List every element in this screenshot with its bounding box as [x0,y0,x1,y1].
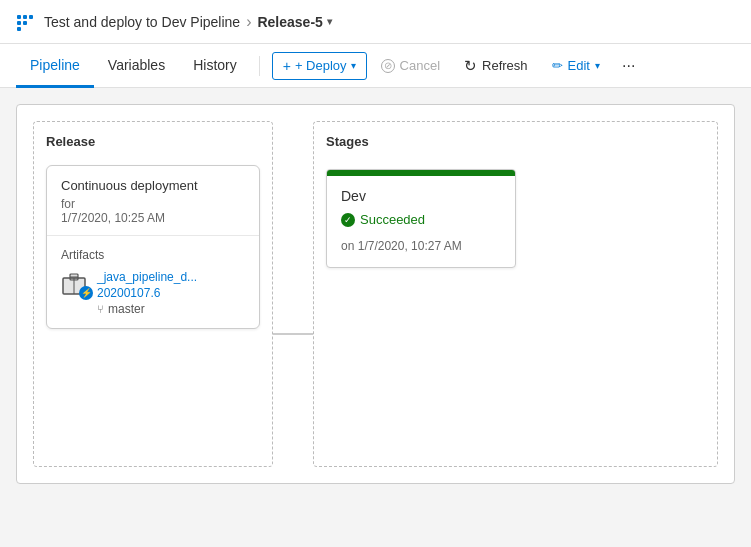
release-card-header: Continuous deployment for 1/7/2020, 10:2… [47,166,259,236]
deploy-plus-icon: + [283,58,291,74]
deploy-chevron-icon: ▾ [351,60,356,71]
cancel-button[interactable]: ⊘ Cancel [371,53,450,78]
pipeline-icon [16,12,36,32]
release-card-for: for [61,197,245,211]
stage-card-body: Dev ✓ Succeeded on 1/7/2020, 10:27 AM [327,176,515,267]
svg-rect-4 [23,21,27,25]
status-success-icon: ✓ [341,213,355,227]
release-section: Release Continuous deployment for 1/7/20… [33,121,273,467]
svg-rect-3 [23,15,27,19]
release-name[interactable]: Release-5 ▾ [257,14,331,30]
more-icon: ··· [622,57,635,75]
deploy-button[interactable]: + + Deploy ▾ [272,52,367,80]
edit-chevron-icon: ▾ [595,60,600,71]
edit-pencil-icon: ✏ [552,58,563,73]
artifact-version[interactable]: 20200107.6 [97,286,245,300]
stages-section-title: Stages [326,134,705,149]
stages-section: Stages Dev ✓ Succeeded on 1/7/2020, 10:2… [313,121,718,467]
release-card: Continuous deployment for 1/7/2020, 10:2… [46,165,260,329]
stage-card-dev[interactable]: Dev ✓ Succeeded on 1/7/2020, 10:27 AM [326,169,516,268]
artifact-name[interactable]: _java_pipeline_d... [97,270,245,284]
tab-variables[interactable]: Variables [94,44,179,88]
release-card-body: Artifacts [47,236,259,328]
edit-button[interactable]: ✏ Edit ▾ [542,53,610,78]
artifact-branch: ⑂ master [97,302,245,316]
more-options-button[interactable]: ··· [614,52,643,80]
stage-status-label: Succeeded [360,212,425,227]
release-card-title: Continuous deployment [61,178,245,193]
stage-status: ✓ Succeeded [341,212,501,227]
pipeline-canvas: Release Continuous deployment for 1/7/20… [16,104,735,484]
release-section-title: Release [46,134,260,149]
release-dropdown-icon: ▾ [327,16,332,27]
artifact-details: _java_pipeline_d... 20200107.6 ⑂ master [97,270,245,316]
refresh-button[interactable]: ↻ Refresh [454,52,538,80]
artifact-trigger-icon: ⚡ [79,286,93,300]
stage-name: Dev [341,188,501,204]
pipeline-icon-wrap [16,12,36,32]
breadcrumb: Test and deploy to Dev Pipeline › Releas… [44,13,332,31]
svg-rect-2 [17,27,21,31]
main-content: Release Continuous deployment for 1/7/20… [0,88,751,547]
pipeline-name[interactable]: Test and deploy to Dev Pipeline [44,14,240,30]
refresh-icon: ↻ [464,57,477,75]
release-card-datetime: 1/7/2020, 10:25 AM [61,211,245,225]
svg-rect-0 [17,15,21,19]
artifact-icon-wrap: ⚡ [61,270,89,298]
connector-area [273,121,313,467]
nav-actions: + + Deploy ▾ ⊘ Cancel ↻ Refresh ✏ Edit ▾… [272,52,644,80]
artifact-item: ⚡ _java_pipeline_d... 20200107.6 ⑂ maste… [61,270,245,316]
breadcrumb-separator: › [246,13,251,31]
branch-icon: ⑂ [97,303,104,315]
svg-rect-5 [29,15,33,19]
artifacts-label: Artifacts [61,248,245,262]
nav-tabs: Pipeline Variables History + + Deploy ▾ … [0,44,751,88]
tab-history[interactable]: History [179,44,251,88]
stage-timestamp: on 1/7/2020, 10:27 AM [341,239,501,253]
nav-divider [259,56,260,76]
svg-rect-1 [17,21,21,25]
tab-pipeline[interactable]: Pipeline [16,44,94,88]
top-bar: Test and deploy to Dev Pipeline › Releas… [0,0,751,44]
connector-line [273,333,313,335]
cancel-circle-icon: ⊘ [381,59,395,73]
